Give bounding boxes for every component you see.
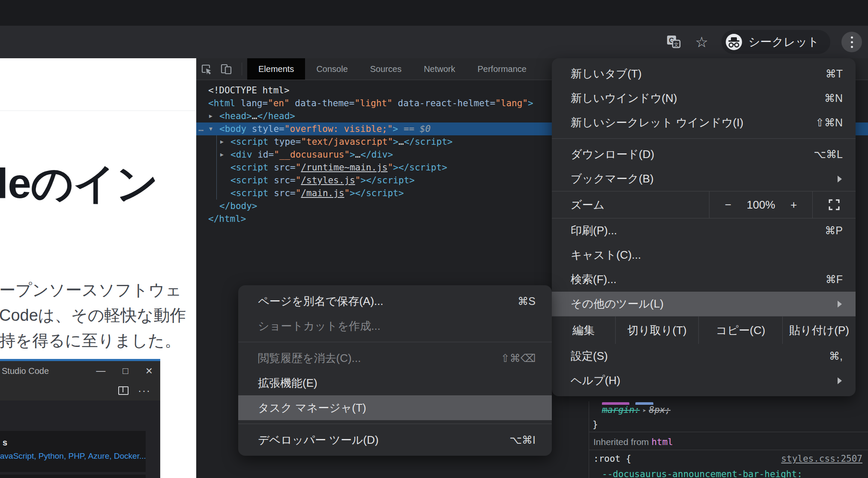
fullscreen-icon	[828, 198, 841, 211]
zoom-out-button[interactable]: −	[721, 198, 735, 212]
collapse-arrow-icon[interactable]: ▶	[220, 135, 224, 148]
edit-label: 編集	[552, 317, 616, 344]
menu-item-shortcut: ⇧⌘⌫	[501, 352, 536, 364]
menu-item-shortcut: ⌘F	[826, 273, 843, 286]
menu-item-label: ヘルプ(H)	[571, 373, 838, 388]
menu-item[interactable]: ダウンロード(D)⌥⌘L	[552, 142, 856, 167]
zoom-level-value: 100%	[747, 198, 775, 212]
menu-item-label: 印刷(P)...	[571, 223, 825, 238]
menu-item[interactable]: 検索(F)...⌘F	[552, 267, 856, 292]
devtools-tab-network[interactable]: Network	[413, 58, 466, 80]
menu-item[interactable]: 拡張機能(E)	[238, 370, 552, 395]
menu-item[interactable]: その他のツール(L)	[552, 292, 856, 316]
menu-item-label: ショートカットを作成...	[258, 319, 536, 334]
menu-item[interactable]: 貼り付け(P)	[783, 317, 856, 344]
menu-item-label: 閲覧履歴を消去(C)...	[258, 351, 501, 366]
web-page: leのイン ープンソースソフトウェ Codeは、その軽快な動作 持を得るに至りま…	[0, 58, 196, 478]
menu-item[interactable]: デベロッパー ツール(D)⌥⌘I	[238, 427, 552, 452]
stylesheet-source-link[interactable]: styles.css:2507	[781, 452, 862, 465]
paragraph-line: 持を得るに至りました。	[0, 328, 186, 353]
toolbar-divider	[242, 63, 242, 75]
paragraph-line: Codeは、その軽快な動作	[0, 303, 186, 328]
menu-item-label: ページを別名で保存(A)...	[258, 294, 518, 309]
devtools-tab-console[interactable]: Console	[305, 58, 359, 80]
edit-row: 編集切り取り(T)コピー(C)貼り付け(P)	[552, 316, 856, 344]
menu-item[interactable]: 新しいシークレット ウインドウ(I)⇧⌘N	[552, 111, 856, 135]
vscode-screenshot: Studio Code — □ × ··· s avaScript, Pytho…	[0, 359, 160, 478]
panel-heading: s	[3, 438, 146, 448]
menu-item[interactable]: 設定(S)⌘,	[552, 344, 856, 368]
submenu-arrow-icon	[838, 377, 842, 384]
menu-item-shortcut: ⌘T	[826, 68, 843, 80]
menu-separator	[238, 420, 552, 427]
device-toolbar-icon[interactable]	[217, 60, 236, 78]
close-icon: ×	[146, 364, 153, 378]
menu-separator	[238, 338, 552, 346]
menu-item-shortcut: ⌘,	[829, 350, 843, 362]
incognito-badge: シークレット	[721, 30, 830, 54]
zoom-controls: −100%+	[709, 191, 813, 218]
menu-item-label: キャスト(C)...	[571, 248, 843, 263]
devtools-tab-elements[interactable]: Elements	[247, 58, 305, 80]
menu-item-label: 拡張機能(E)	[258, 376, 536, 391]
expand-arrow-icon[interactable]: ▼	[209, 122, 213, 135]
devtools-tab-sources[interactable]: Sources	[359, 58, 413, 80]
menu-item-label: 設定(S)	[571, 349, 829, 364]
zoom-label: ズーム	[552, 191, 709, 218]
menu-item-label: デベロッパー ツール(D)	[258, 433, 509, 448]
language-links: avaScript, Python, PHP, Azure, Docker...	[0, 451, 146, 461]
browser-tab-strip	[0, 0, 868, 26]
vscode-window-controls: — □ ×	[96, 361, 153, 381]
menu-item-shortcut: ⌥⌘I	[509, 434, 536, 446]
vscode-window-title: Studio Code	[2, 366, 49, 376]
menu-item-label: ダウンロード(D)	[571, 147, 814, 162]
submenu-arrow-icon	[838, 176, 842, 182]
vscode-titlebar: Studio Code — □ ×	[0, 361, 160, 381]
submenu-arrow-icon	[838, 301, 842, 308]
menu-item[interactable]: コピー(C)	[699, 317, 783, 344]
menu-item-label: 検索(F)...	[571, 272, 826, 287]
menu-item[interactable]: キャスト(C)...	[552, 243, 856, 267]
zoom-row: ズーム−100%+	[552, 191, 856, 218]
svg-text:文: 文	[673, 42, 679, 48]
devtools-tab-performance[interactable]: Performance	[467, 58, 538, 80]
menu-item-label: 新しいシークレット ウインドウ(I)	[571, 115, 815, 130]
incognito-icon	[725, 33, 742, 51]
menu-item[interactable]: ブックマーク(B)	[552, 167, 856, 191]
node-more-dots[interactable]: …	[198, 122, 204, 134]
toolbar-right-icons: G 文 ☆ シークレット	[665, 26, 862, 58]
css-variable-row[interactable]: --docusaurus-announcement-bar-height:	[589, 468, 868, 478]
menu-item[interactable]: 印刷(P)...⌘P	[552, 218, 856, 243]
styles-pane: margin:➤8px; } Inherited from html :root…	[589, 401, 868, 478]
collapse-arrow-icon[interactable]: ▶	[220, 148, 224, 161]
translate-icon[interactable]: G 文	[665, 33, 682, 51]
bookmark-star-icon[interactable]: ☆	[693, 33, 710, 51]
menu-item-shortcut: ⌘P	[825, 224, 843, 237]
menu-item: 閲覧履歴を消去(C)...⇧⌘⌫	[238, 346, 552, 370]
menu-item[interactable]: タスク マネージャ(T)	[238, 395, 552, 420]
inspect-element-icon[interactable]	[197, 60, 216, 78]
split-editor-icon	[118, 386, 129, 395]
menu-item-label: 新しいタブ(T)	[571, 66, 826, 81]
inherited-element-link[interactable]: html	[651, 437, 673, 447]
vscode-panel-strip	[0, 475, 146, 478]
menu-separator	[552, 135, 856, 142]
indent-guide	[216, 135, 217, 200]
menu-item[interactable]: 新しいウインドウ(N)⌘N	[552, 86, 856, 111]
browser-menu-button[interactable]	[841, 32, 862, 52]
overridden-css-property[interactable]: margin:➤8px;	[589, 403, 868, 416]
maximize-icon: □	[123, 365, 128, 376]
fullscreen-button[interactable]	[813, 191, 856, 218]
closing-brace: }	[589, 418, 868, 431]
page-title: leのイン	[0, 156, 159, 212]
menu-item-shortcut: ⌘S	[518, 295, 536, 308]
zoom-in-button[interactable]: +	[787, 198, 800, 212]
browser-toolbar: G 文 ☆ シークレット	[0, 26, 868, 59]
menu-item[interactable]: ヘルプ(H)	[552, 368, 856, 393]
menu-item-label: その他のツール(L)	[571, 296, 838, 311]
menu-item-shortcut: ⇧⌘N	[815, 117, 843, 129]
collapse-arrow-icon[interactable]: ▶	[209, 110, 213, 122]
menu-item[interactable]: 新しいタブ(T)⌘T	[552, 62, 856, 86]
menu-item[interactable]: ページを別名で保存(A)...⌘S	[238, 289, 552, 314]
menu-item[interactable]: 切り取り(T)	[616, 317, 699, 344]
